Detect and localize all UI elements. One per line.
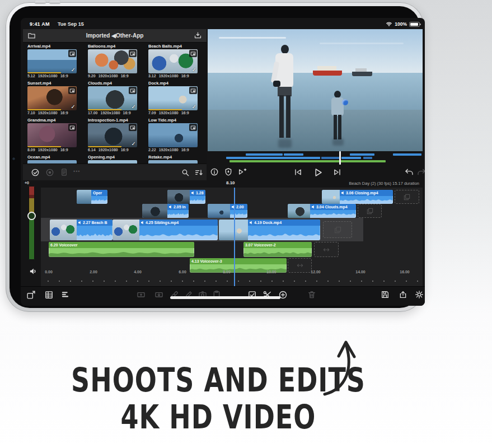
- safe-area-icon[interactable]: [224, 167, 233, 176]
- timeline-clip[interactable]: 2.00: [208, 204, 247, 218]
- ghost-audio-slot[interactable]: [314, 242, 339, 257]
- media-clip[interactable]: Introspection-1.mp4 ✓ 6.141920x108016:9: [88, 118, 143, 155]
- layers-icon: [403, 193, 411, 201]
- caption-line-2: 4K HD VIDEO: [22, 398, 414, 436]
- gain-label: +0: [25, 181, 29, 185]
- ruler-tick: 6.00: [179, 270, 186, 274]
- used-check-icon: ✓: [192, 67, 196, 73]
- ruler-tick: 2.00: [90, 270, 97, 274]
- delete-trash-icon[interactable]: [307, 290, 316, 299]
- redo-icon[interactable]: [417, 167, 425, 176]
- media-clip-grid: Arrival.mp4 ✓ 5.121920x108016:9 Balloons…: [27, 44, 205, 164]
- overview-playhead[interactable]: [339, 151, 341, 165]
- ruler-tick: 4.00: [134, 270, 142, 274]
- preview-sky: [208, 29, 423, 73]
- skip-back-icon[interactable]: [293, 167, 302, 177]
- layers-icon: [366, 207, 374, 215]
- media-clip[interactable]: Dock.mp4 ✓ 7.091920x108016:9: [148, 81, 203, 118]
- add-to-timeline-icon[interactable]: [26, 290, 36, 300]
- timeline-clip[interactable]: 3.06 Closing.mp4: [322, 190, 393, 204]
- used-check-icon: ✓: [192, 104, 196, 110]
- ruler-tick: 10.00: [266, 270, 277, 274]
- clip-thumbnail: ✓: [148, 49, 198, 73]
- timeline-clip[interactable]: 2.27 Beach B: [50, 220, 113, 240]
- timeline-clip[interactable]: 4.25 Siblings.mp4: [113, 220, 218, 240]
- track-layout-icon[interactable]: [61, 290, 71, 300]
- clip-thumbnail: ✓: [27, 86, 77, 110]
- media-clip[interactable]: Retake.mp4: [148, 155, 203, 164]
- app-screen: 9:41 AM Tue Sep 15 100% Imported ◀Other-…: [21, 18, 425, 306]
- import-media-icon[interactable]: [194, 31, 202, 40]
- ghost-audio-slot[interactable]: [288, 258, 312, 273]
- clip-info-icon[interactable]: [210, 167, 219, 176]
- front-camera: [12, 157, 15, 160]
- media-clip[interactable]: Opening.mp4: [88, 155, 143, 164]
- clip-thumbnail: [88, 49, 137, 73]
- multi-select-icon[interactable]: [31, 168, 40, 177]
- audio-level-meter: [29, 186, 35, 260]
- status-date: Tue Sep 15: [58, 21, 84, 27]
- play-icon[interactable]: [313, 167, 323, 178]
- media-clip[interactable]: Ocean.mp4: [27, 155, 82, 164]
- timeline-clip[interactable]: 2.05 In: [142, 204, 189, 218]
- wifi-icon: [386, 21, 392, 27]
- battery-percentage: 100%: [395, 21, 407, 27]
- skip-forward-icon[interactable]: [333, 167, 343, 177]
- speaker-icon[interactable]: [29, 267, 38, 276]
- ghost-clip-slot[interactable]: [358, 204, 382, 218]
- ruler-minor-ticks: [48, 281, 419, 282]
- save-project-icon[interactable]: [381, 290, 390, 299]
- timeline-playhead[interactable]: [234, 188, 235, 286]
- media-clip[interactable]: Beach Balls.mp4 ✓ 3.121920x108016:9: [148, 44, 203, 81]
- volume-up-button[interactable]: [35, 1, 46, 4]
- timeline-clip[interactable]: 3.04 Clouds.mp4: [288, 204, 356, 218]
- clip-thumbnail: ✓: [88, 123, 137, 147]
- media-clip[interactable]: Sunset.mp4 ✓ 7.101920x108016:9: [27, 81, 82, 118]
- media-clip[interactable]: Balloons.mp4 9.201920x108016:9: [88, 44, 143, 81]
- audio-gain-knob[interactable]: [27, 212, 36, 220]
- clip-thumbnail: ✓: [27, 49, 77, 73]
- timeline-audio-clip[interactable]: 3.07 Voiceover-2: [243, 242, 312, 257]
- timeline-header: +0 8.10 Beach Day (2) (30 fps) 15.17 dur…: [21, 180, 425, 188]
- ruler-tick: 16.00: [400, 270, 410, 274]
- pip-badge-icon: [68, 124, 76, 131]
- ghost-clip-slot[interactable]: [323, 221, 352, 238]
- ghost-clip-slot[interactable]: [395, 190, 419, 204]
- undo-icon[interactable]: [405, 167, 414, 176]
- notes-icon[interactable]: [60, 168, 68, 176]
- timeline-clip[interactable]: 1.28: [167, 190, 205, 204]
- timeline-clip[interactable]: Oper: [77, 190, 107, 204]
- insert-clip-icon[interactable]: [137, 290, 146, 299]
- home-indicator[interactable]: [170, 296, 280, 299]
- clip-thumbnail: ✓: [148, 86, 198, 110]
- add-marker-icon[interactable]: [238, 167, 247, 176]
- media-clip[interactable]: Arrival.mp4 ✓ 5.121920x108016:9: [27, 44, 82, 81]
- preview-player[interactable]: [208, 29, 423, 151]
- pip-badge-icon: [129, 124, 137, 131]
- pip-badge-icon: [189, 87, 197, 94]
- media-library-panel: Imported ◀Other-App Arrival.mp4 ✓ 5.1219…: [23, 29, 207, 180]
- timeline-audio-clip[interactable]: 6.20 Voiceover: [49, 242, 194, 257]
- timeline-overview[interactable]: [209, 152, 421, 164]
- clip-list-icon[interactable]: [44, 290, 54, 300]
- share-export-icon[interactable]: [399, 290, 407, 299]
- media-clip[interactable]: Clouds.mp4 ✓ 17.001920x108016:9: [88, 81, 143, 118]
- used-check-icon: ✓: [132, 104, 136, 110]
- source-folder-icon[interactable]: [27, 31, 36, 40]
- sort-icon[interactable]: [194, 168, 203, 177]
- settings-gear-icon[interactable]: [415, 290, 424, 299]
- media-toolbar: •••: [23, 164, 207, 180]
- ruler-tick: 12.00: [311, 270, 321, 274]
- media-clip[interactable]: Grandma.mp4 8.091920x108016:9: [27, 118, 82, 155]
- timeline[interactable]: Oper 1.28 3.06 Closing.mp4: [41, 188, 423, 286]
- preview-tidal-flats: [208, 110, 423, 151]
- pip-badge-icon: [189, 50, 197, 57]
- record-icon[interactable]: [45, 168, 54, 177]
- search-icon[interactable]: [181, 168, 190, 177]
- ruler-tick: 0.00: [45, 270, 53, 274]
- more-options-icon[interactable]: •••: [73, 169, 80, 174]
- clip-thumbnail: [148, 123, 198, 147]
- media-clip[interactable]: Low Tide.mp4 2.221920x108016:9: [148, 118, 203, 155]
- overwrite-clip-icon[interactable]: [154, 290, 163, 299]
- volume-down-button[interactable]: [49, 1, 60, 4]
